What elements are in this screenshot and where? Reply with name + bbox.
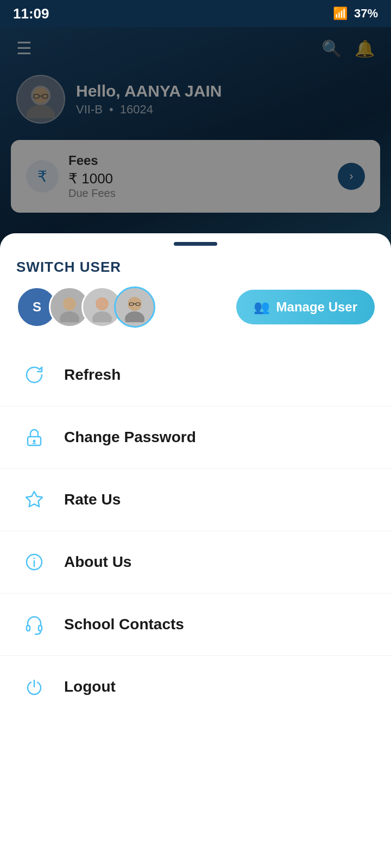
menu-label-change-password: Change Password	[64, 429, 196, 446]
switch-user-section: SWITCH USER S	[0, 250, 391, 339]
svg-marker-19	[26, 492, 42, 507]
svg-point-7	[60, 311, 79, 322]
refresh-icon	[20, 360, 49, 390]
svg-point-8	[96, 297, 109, 310]
sheet-handle	[0, 233, 391, 250]
svg-rect-23	[27, 626, 30, 631]
svg-point-11	[125, 311, 144, 322]
lock-icon	[20, 423, 49, 452]
star-icon	[20, 485, 49, 514]
avatar-4-selected[interactable]	[114, 286, 155, 328]
menu-item-change-password[interactable]: Change Password	[0, 406, 391, 469]
info-icon	[20, 547, 49, 577]
manage-user-button[interactable]: 👥 Manage User	[236, 290, 375, 324]
menu-item-rate-us[interactable]: Rate Us	[0, 469, 391, 531]
menu-item-refresh[interactable]: Refresh	[0, 344, 391, 406]
status-icons: 📶 37%	[333, 7, 378, 21]
status-bar: 11:09 📶 37%	[0, 0, 391, 27]
manage-user-icon: 👥	[254, 299, 270, 315]
menu-label-logout: Logout	[64, 678, 116, 695]
menu-item-about-us[interactable]: About Us	[0, 531, 391, 593]
app-background: ☰ 🔍 🔔 Hello, AANYA JAIN VII-B • 16024	[0, 27, 391, 255]
switch-user-title: SWITCH USER	[16, 259, 375, 276]
user-avatars: S	[16, 286, 147, 328]
manage-user-label: Manage User	[276, 299, 357, 315]
menu-label-school-contacts: School Contacts	[64, 616, 184, 633]
svg-rect-24	[39, 626, 42, 631]
status-time: 11:09	[13, 5, 49, 22]
svg-point-9	[92, 311, 112, 322]
power-icon	[20, 672, 49, 701]
bottom-sheet: SWITCH USER S	[0, 233, 391, 868]
svg-point-6	[63, 297, 76, 310]
handle-bar	[174, 242, 217, 246]
user-row: S	[16, 286, 375, 328]
menu-label-refresh: Refresh	[64, 366, 121, 384]
menu-label-about-us: About Us	[64, 553, 131, 571]
svg-point-22	[34, 558, 35, 559]
svg-rect-18	[32, 443, 36, 444]
menu-list: Refresh Change Password Ra	[0, 344, 391, 718]
menu-item-school-contacts[interactable]: School Contacts	[0, 593, 391, 656]
battery-icon: 37%	[354, 7, 378, 21]
svg-point-16	[33, 440, 36, 443]
dim-overlay	[0, 27, 391, 255]
headset-icon	[20, 610, 49, 639]
menu-label-rate-us: Rate Us	[64, 491, 121, 508]
menu-item-logout[interactable]: Logout	[0, 656, 391, 718]
wifi-icon: 📶	[333, 7, 348, 21]
